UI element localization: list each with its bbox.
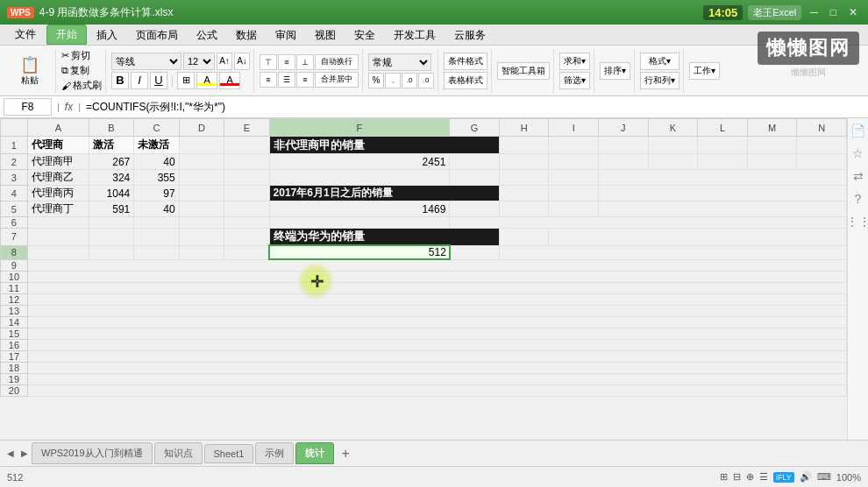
tab-start[interactable]: 开始	[46, 25, 87, 45]
close-button[interactable]: ✕	[845, 6, 861, 18]
cell-N2[interactable]	[797, 154, 847, 170]
align-right-button[interactable]: ≡	[296, 72, 314, 88]
cell-E6[interactable]	[224, 217, 269, 229]
decrease-decimal-button[interactable]: .0	[418, 73, 434, 88]
cell-H5[interactable]	[499, 201, 549, 217]
cell-M2[interactable]	[747, 154, 797, 170]
cell-B2[interactable]: 267	[89, 154, 133, 170]
cell-M1[interactable]	[747, 137, 797, 154]
wrap-text-button[interactable]: 自动换行	[315, 54, 359, 70]
increase-font-button[interactable]: A↑	[217, 53, 232, 70]
cell-E8[interactable]	[224, 245, 269, 259]
cell-A1[interactable]: 代理商	[27, 137, 89, 154]
add-sheet-button[interactable]: +	[336, 446, 354, 462]
cell-E3[interactable]	[224, 170, 269, 186]
cell-I1[interactable]	[549, 137, 599, 154]
cell-D4[interactable]	[179, 186, 224, 201]
tab-dev-tools[interactable]: 开发工具	[385, 26, 445, 45]
cell-G3[interactable]	[450, 170, 500, 186]
cell-G8[interactable]	[450, 245, 500, 259]
cell-H2[interactable]	[499, 154, 549, 170]
status-icon-5[interactable]: 🔊	[800, 471, 812, 483]
col-header-C[interactable]: C	[134, 119, 179, 137]
cell-B7[interactable]	[89, 229, 133, 246]
col-header-J[interactable]: J	[599, 119, 649, 137]
col-header-F[interactable]: F	[269, 119, 450, 137]
sidebar-icon-3[interactable]: ⇄	[853, 169, 864, 183]
cell-J1[interactable]	[599, 137, 649, 154]
cell-B4[interactable]: 1044	[89, 186, 133, 201]
row-header-8[interactable]: 8	[1, 245, 28, 259]
sidebar-icon-5[interactable]: ⋮⋮	[846, 215, 869, 229]
align-top-button[interactable]: ⊤	[260, 54, 277, 70]
cell-C7[interactable]	[134, 229, 179, 246]
col-header-H[interactable]: H	[499, 119, 549, 137]
cell-C3[interactable]: 355	[134, 170, 179, 186]
cell-A5[interactable]: 代理商丁	[27, 201, 89, 217]
col-header-B[interactable]: B	[89, 119, 133, 137]
tab-view[interactable]: 视图	[306, 26, 345, 45]
sheet-tab-knowledge[interactable]: 知识点	[154, 442, 203, 464]
tab-insert[interactable]: 插入	[88, 26, 126, 45]
cell-C1[interactable]: 未激活	[134, 137, 179, 154]
cell-B6[interactable]	[89, 217, 133, 229]
maximize-button[interactable]: □	[827, 6, 840, 18]
sheet-tab-example[interactable]: 示例	[255, 442, 294, 464]
cell-F1[interactable]: 非代理商甲的销量	[269, 137, 499, 154]
formula-input[interactable]	[86, 98, 864, 116]
cell-L2[interactable]	[698, 154, 748, 170]
cell-D7[interactable]	[179, 229, 224, 246]
col-header-D[interactable]: D	[179, 119, 224, 137]
cell-D1[interactable]	[179, 137, 224, 154]
paste-button[interactable]: 📋 粘贴	[18, 53, 41, 88]
tab-file[interactable]: 文件	[5, 25, 46, 45]
cell-E7[interactable]	[224, 229, 269, 246]
row-header-7[interactable]: 7	[1, 229, 28, 246]
tab-page-layout[interactable]: 页面布局	[127, 26, 187, 45]
cell-H4[interactable]	[499, 186, 549, 201]
conditional-format-button[interactable]: 条件格式	[444, 53, 487, 70]
copy-button[interactable]: ⧉复制	[61, 64, 102, 77]
cell-D8[interactable]	[179, 245, 224, 259]
cell-I4[interactable]	[549, 186, 599, 201]
cell-H7[interactable]	[499, 229, 549, 246]
percent-button[interactable]: %	[368, 73, 384, 88]
cell-E1[interactable]	[224, 137, 269, 154]
status-icon-3[interactable]: ⊕	[746, 471, 754, 483]
bold-button[interactable]: B	[111, 72, 129, 89]
col-header-E[interactable]: E	[224, 119, 269, 137]
minimize-button[interactable]: ─	[807, 6, 822, 18]
cell-A2[interactable]: 代理商甲	[27, 154, 89, 170]
cell-K2[interactable]	[648, 154, 698, 170]
align-middle-button[interactable]: ≡	[278, 54, 295, 70]
tab-review[interactable]: 审阅	[267, 26, 305, 45]
row-header-5[interactable]: 5	[1, 201, 28, 217]
font-color-button[interactable]: A	[219, 72, 240, 89]
tab-data[interactable]: 数据	[227, 26, 266, 45]
filter-button[interactable]: 筛选▾	[559, 72, 590, 89]
number-format-select[interactable]: 常规	[368, 53, 431, 71]
status-icon-2[interactable]: ⊟	[733, 471, 741, 483]
smart-tools-button[interactable]: 智能工具箱	[497, 62, 550, 80]
cell-B3[interactable]: 324	[89, 170, 133, 186]
merge-center-button[interactable]: 合并居中	[315, 72, 359, 88]
col-header-N[interactable]: N	[797, 119, 847, 137]
font-size-select[interactable]: 12	[183, 53, 215, 70]
col-header-L[interactable]: L	[698, 119, 748, 137]
underline-button[interactable]: U	[150, 72, 167, 89]
align-center-button[interactable]: ☰	[278, 72, 295, 88]
increase-decimal-button[interactable]: .0	[402, 73, 417, 88]
cell-D5[interactable]	[179, 201, 224, 217]
cell-F7[interactable]: 终端为华为的销量	[269, 229, 499, 246]
align-bottom-button[interactable]: ⊥	[296, 54, 314, 70]
cell-B5[interactable]: 591	[89, 201, 133, 217]
cell-F5[interactable]: 1469	[269, 201, 450, 217]
cell-N1[interactable]	[797, 137, 847, 154]
work-button[interactable]: 工作▾	[689, 62, 720, 80]
sort-button[interactable]: 排序▾	[600, 62, 630, 80]
row-header-2[interactable]: 2	[1, 154, 28, 170]
cell-A7[interactable]	[27, 229, 89, 246]
cell-A6[interactable]	[27, 217, 89, 229]
sidebar-icon-1[interactable]: 📄	[850, 124, 865, 138]
cell-D3[interactable]	[179, 170, 224, 186]
